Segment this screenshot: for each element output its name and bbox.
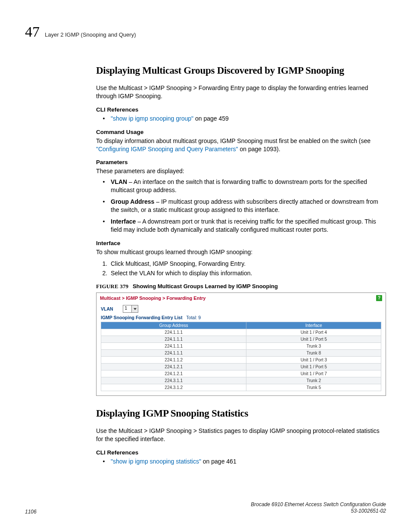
cell-interface: Unit 1 / Port 5 — [246, 336, 381, 343]
cli-references-heading: CLI References — [96, 449, 386, 456]
vlan-label: VLAN — [101, 306, 113, 311]
list-item: Interface – A downstream port or trunk t… — [110, 218, 386, 234]
section-intro: Use the Multicast > IGMP Snooping > Forw… — [96, 84, 386, 100]
table-row: 224.1.1.1Unit 1 / Port 4 — [101, 329, 381, 336]
forwarding-table: Group Address Interface 224.1.1.1Unit 1 … — [101, 322, 381, 391]
running-title: Layer 2 IGMP (Snooping and Query) — [45, 31, 136, 38]
breadcrumb: Multicast > IGMP Snooping > Forwarding E… — [100, 296, 206, 301]
vlan-select[interactable]: 1 — [123, 305, 139, 313]
text-run: on page 1093). — [238, 146, 280, 152]
cell-group-address: 224.1.1.1 — [101, 329, 246, 336]
chapter-number: 47 — [25, 24, 40, 40]
table-row: 224.1.1.1Unit 1 / Port 5 — [101, 336, 381, 343]
cell-interface: Trunk 2 — [246, 377, 381, 384]
cell-group-address: 224.1.1.1 — [101, 343, 246, 350]
running-header: 47 Layer 2 IGMP (Snooping and Query) — [25, 24, 386, 40]
cli-references-heading: CLI References — [96, 106, 386, 113]
step-item: Click Multicast, IGMP Snooping, Forwardi… — [109, 259, 386, 268]
cli-link[interactable]: "show ip igmp snooping statistics" — [111, 458, 201, 465]
cli-link-tail: on page 459 — [193, 115, 229, 122]
table-row: 224.1.1.1Trunk 3 — [101, 343, 381, 350]
table-row: 224.1.1.1Trunk 8 — [101, 350, 381, 357]
book-title: Brocade 6910 Ethernet Access Switch Conf… — [251, 501, 386, 507]
cell-interface: Trunk 5 — [246, 384, 381, 391]
cell-group-address: 224.1.1.2 — [101, 357, 246, 364]
cell-interface: Unit 1 / Port 3 — [246, 357, 381, 364]
table-row: 224.3.1.1Trunk 2 — [101, 377, 381, 384]
chevron-down-icon — [131, 305, 138, 312]
list-item: "show ip igmp snooping statistics" on pa… — [110, 457, 386, 466]
figure-caption: FIGURE 379 Showing Multicast Groups Lear… — [96, 283, 386, 290]
text-run: To display information about multicast g… — [96, 137, 371, 144]
list-item: VLAN – An interface on the switch that i… — [110, 178, 386, 194]
cli-link-tail: on page 461 — [201, 458, 237, 465]
screenshot-panel: Multicast > IGMP Snooping > Forwarding E… — [96, 292, 386, 396]
figure-label: FIGURE 379 — [96, 283, 128, 289]
cli-link[interactable]: "show ip igmp snooping group" — [111, 115, 193, 122]
table-row: 224.1.1.2Unit 1 / Port 3 — [101, 357, 381, 364]
parameters-heading: Parameters — [96, 159, 386, 165]
table-row: 224.1.2.1Unit 1 / Port 5 — [101, 364, 381, 370]
param-term: Interface — [111, 218, 136, 225]
param-term: Group Address — [111, 198, 154, 205]
section-heading: Displaying Multicast Groups Discovered b… — [96, 65, 386, 76]
param-desc: – A downstream port or trunk that is rec… — [111, 218, 376, 233]
cell-interface: Unit 1 / Port 5 — [246, 364, 381, 370]
section-heading: Displaying IGMP Snooping Statistics — [96, 408, 386, 419]
step-item: Select the VLAN for which to display thi… — [109, 268, 386, 278]
table-row: 224.1.2.1Unit 1 / Port 7 — [101, 370, 381, 377]
list-title: IGMP Snooping Forwarding Entry List Tota… — [97, 314, 386, 322]
total-count: Total: 9 — [186, 315, 201, 320]
help-icon[interactable]: ? — [376, 295, 382, 301]
list-item: Group Address – IP multicast group addre… — [110, 198, 386, 214]
parameters-intro: These parameters are displayed: — [96, 167, 386, 175]
cell-interface: Unit 1 / Port 4 — [246, 329, 381, 336]
doc-number: 53-1002651-02 — [351, 508, 386, 514]
col-header-group-address: Group Address — [101, 322, 246, 329]
config-link[interactable]: "Configuring IGMP Snooping and Query Par… — [96, 146, 238, 152]
table-row: 224.3.1.2Trunk 5 — [101, 384, 381, 391]
param-term: VLAN — [111, 178, 127, 185]
interface-heading: Interface — [96, 240, 386, 246]
col-header-interface: Interface — [246, 322, 381, 329]
cell-group-address: 224.1.2.1 — [101, 364, 246, 370]
figure-title: Showing Multicast Groups Learned by IGMP… — [133, 283, 278, 289]
cell-interface: Trunk 8 — [246, 350, 381, 357]
vlan-select-value: 1 — [123, 305, 132, 312]
list-item: "show ip igmp snooping group" on page 45… — [110, 115, 386, 123]
page-footer: 1106 Brocade 6910 Ethernet Access Switch… — [25, 501, 386, 515]
param-desc: – An interface on the switch that is for… — [111, 178, 367, 193]
cell-interface: Unit 1 / Port 7 — [246, 370, 381, 377]
list-title-text: IGMP Snooping Forwarding Entry List — [101, 315, 182, 320]
cell-group-address: 224.1.2.1 — [101, 370, 246, 377]
page-number: 1106 — [25, 509, 37, 515]
cell-group-address: 224.1.1.1 — [101, 336, 246, 343]
cell-group-address: 224.3.1.2 — [101, 384, 246, 391]
command-usage-text: To display information about multicast g… — [96, 137, 386, 153]
cell-group-address: 224.3.1.1 — [101, 377, 246, 384]
section-intro: Use the Multicast > IGMP Snooping > Stat… — [96, 427, 386, 443]
cell-group-address: 224.1.1.1 — [101, 350, 246, 357]
cell-interface: Trunk 3 — [246, 343, 381, 350]
interface-intro: To show multicast groups learned through… — [96, 248, 386, 256]
command-usage-heading: Command Usage — [96, 129, 386, 135]
